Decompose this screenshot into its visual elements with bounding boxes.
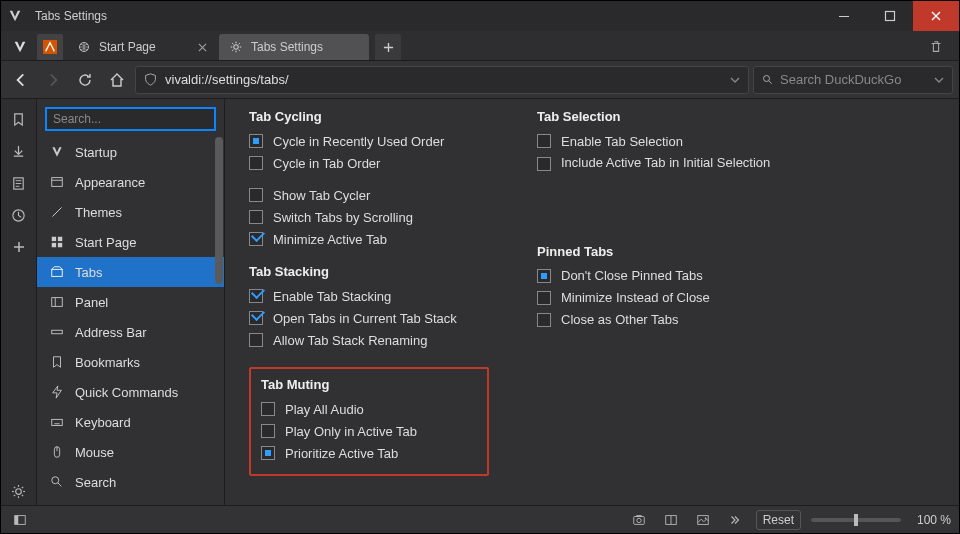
url-field[interactable]: vivaldi://settings/tabs/ bbox=[135, 66, 749, 94]
opt-label: Enable Tab Stacking bbox=[273, 289, 391, 304]
nav-item-start-page[interactable]: Start Page bbox=[37, 227, 224, 257]
opt-allow-stack-rename[interactable]: Allow Tab Stack Renaming bbox=[249, 329, 489, 351]
scrollbar-thumb[interactable] bbox=[215, 137, 223, 284]
nav-item-themes[interactable]: Themes bbox=[37, 197, 224, 227]
sidebar-scrollbar[interactable] bbox=[214, 137, 224, 505]
svg-point-54 bbox=[704, 517, 706, 519]
history-panel-icon[interactable] bbox=[5, 201, 33, 229]
opt-close-as-other[interactable]: Close as Other Tabs bbox=[537, 309, 777, 331]
nav-item-privacy[interactable]: Privacy bbox=[37, 497, 224, 505]
opt-minimize-active[interactable]: Minimize Active Tab bbox=[249, 228, 489, 250]
capture-icon[interactable] bbox=[628, 509, 650, 531]
opt-label: Don't Close Pinned Tabs bbox=[561, 268, 703, 283]
radio-icon bbox=[249, 134, 263, 148]
opt-label: Play Only in Active Tab bbox=[285, 424, 417, 439]
opt-label: Allow Tab Stack Renaming bbox=[273, 333, 427, 348]
add-panel-icon[interactable] bbox=[5, 233, 33, 261]
home-button[interactable] bbox=[103, 66, 131, 94]
window-title: Tabs Settings bbox=[29, 9, 821, 23]
downloads-panel-icon[interactable] bbox=[5, 137, 33, 165]
checkbox-icon bbox=[249, 232, 263, 246]
panel-toggle-icon[interactable] bbox=[9, 509, 31, 531]
opt-open-in-stack[interactable]: Open Tabs in Current Tab Stack bbox=[249, 307, 489, 329]
svg-rect-50 bbox=[636, 515, 641, 517]
nav-label: Start Page bbox=[75, 235, 136, 250]
images-toggle-icon[interactable] bbox=[692, 509, 714, 531]
checkbox-icon bbox=[249, 333, 263, 347]
svg-line-27 bbox=[14, 494, 15, 495]
search-field[interactable]: Search DuckDuckGo bbox=[753, 66, 953, 94]
notes-panel-icon[interactable] bbox=[5, 169, 33, 197]
chevron-down-icon[interactable] bbox=[730, 75, 740, 85]
pinned-tab-icon[interactable] bbox=[37, 34, 63, 60]
svg-rect-35 bbox=[52, 269, 63, 276]
opt-play-all-audio[interactable]: Play All Audio bbox=[261, 398, 477, 420]
settings-search-input[interactable] bbox=[45, 107, 216, 131]
addressbar-icon bbox=[49, 324, 65, 340]
vivaldi-logo-icon bbox=[1, 1, 29, 31]
tab-tabs-settings[interactable]: Tabs Settings bbox=[219, 34, 369, 60]
minimize-button[interactable] bbox=[821, 1, 867, 31]
svg-line-25 bbox=[14, 486, 15, 487]
nav-item-startup[interactable]: Startup bbox=[37, 137, 224, 167]
status-bar: Reset 100 % bbox=[1, 505, 959, 533]
keyboard-icon bbox=[49, 414, 65, 430]
nav-item-mouse[interactable]: Mouse bbox=[37, 437, 224, 467]
nav-label: Startup bbox=[75, 145, 117, 160]
settings-gear-icon[interactable] bbox=[5, 477, 33, 505]
address-bar: vivaldi://settings/tabs/ Search DuckDuck… bbox=[1, 61, 959, 99]
svg-rect-1 bbox=[886, 12, 895, 21]
opt-include-active-tab[interactable]: Include Active Tab in Initial Selection bbox=[537, 152, 777, 172]
opt-cycle-recent[interactable]: Cycle in Recently Used Order bbox=[249, 130, 489, 152]
nav-label: Themes bbox=[75, 205, 122, 220]
checkbox-icon bbox=[249, 210, 263, 224]
opt-enable-tab-selection[interactable]: Enable Tab Selection bbox=[537, 130, 777, 152]
maximize-button[interactable] bbox=[867, 1, 913, 31]
settings-col-right: Tab Selection Enable Tab Selection Inclu… bbox=[537, 109, 777, 493]
new-tab-button[interactable] bbox=[375, 34, 401, 60]
bolt-icon bbox=[49, 384, 65, 400]
tiling-icon[interactable] bbox=[660, 509, 682, 531]
chevron-down-icon[interactable] bbox=[934, 75, 944, 85]
side-panel-bar bbox=[1, 99, 37, 505]
nav-label: Privacy bbox=[75, 505, 118, 506]
nav-item-panel[interactable]: Panel bbox=[37, 287, 224, 317]
close-button[interactable] bbox=[913, 1, 959, 31]
brush-icon bbox=[49, 204, 65, 220]
back-button[interactable] bbox=[7, 66, 35, 94]
opt-cycle-order[interactable]: Cycle in Tab Order bbox=[249, 152, 489, 174]
trash-icon[interactable] bbox=[923, 34, 949, 60]
reload-button[interactable] bbox=[71, 66, 99, 94]
tab-start-page[interactable]: Start Page bbox=[67, 34, 217, 60]
vivaldi-menu-icon[interactable] bbox=[7, 34, 33, 60]
titlebar: Tabs Settings bbox=[1, 1, 959, 31]
nav-item-address-bar[interactable]: Address Bar bbox=[37, 317, 224, 347]
opt-show-tab-cycler[interactable]: Show Tab Cycler bbox=[249, 184, 489, 206]
nav-item-quick-commands[interactable]: Quick Commands bbox=[37, 377, 224, 407]
opt-enable-stacking[interactable]: Enable Tab Stacking bbox=[249, 285, 489, 307]
panel-icon bbox=[49, 294, 65, 310]
zoom-reset-button[interactable]: Reset bbox=[756, 510, 801, 530]
nav-item-keyboard[interactable]: Keyboard bbox=[37, 407, 224, 437]
nav-item-tabs[interactable]: Tabs bbox=[37, 257, 224, 287]
mouse-icon bbox=[49, 444, 65, 460]
nav-item-bookmarks[interactable]: Bookmarks bbox=[37, 347, 224, 377]
tab-label: Start Page bbox=[99, 40, 156, 54]
opt-minimize-instead[interactable]: Minimize Instead of Close bbox=[537, 287, 777, 309]
page-actions-icon[interactable] bbox=[724, 509, 746, 531]
zoom-slider[interactable] bbox=[811, 518, 901, 522]
svg-rect-29 bbox=[52, 178, 63, 187]
forward-button[interactable] bbox=[39, 66, 67, 94]
nav-label: Appearance bbox=[75, 175, 145, 190]
slider-knob[interactable] bbox=[854, 514, 858, 526]
opt-dont-close-pinned[interactable]: Don't Close Pinned Tabs bbox=[537, 265, 777, 287]
bookmarks-panel-icon[interactable] bbox=[5, 105, 33, 133]
opt-prioritize-active[interactable]: Prioritize Active Tab bbox=[261, 442, 477, 464]
nav-item-appearance[interactable]: Appearance bbox=[37, 167, 224, 197]
svg-line-9 bbox=[232, 43, 233, 44]
nav-label: Bookmarks bbox=[75, 355, 140, 370]
close-icon[interactable] bbox=[198, 43, 207, 52]
nav-item-search[interactable]: Search bbox=[37, 467, 224, 497]
opt-play-active-only[interactable]: Play Only in Active Tab bbox=[261, 420, 477, 442]
opt-switch-scroll[interactable]: Switch Tabs by Scrolling bbox=[249, 206, 489, 228]
